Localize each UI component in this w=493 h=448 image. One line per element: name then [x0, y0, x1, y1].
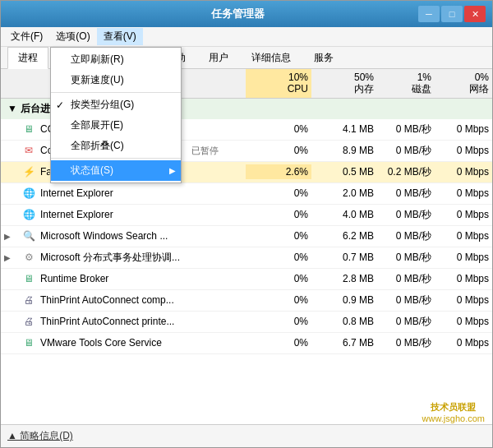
cpu-label: CPU — [249, 83, 308, 95]
process-status — [188, 256, 246, 259]
process-cpu: 0% — [246, 186, 311, 201]
col-header-status — [188, 69, 246, 98]
minimize-button[interactable]: ─ — [418, 6, 440, 22]
menu-collapse-all[interactable]: 全部折叠(C) — [51, 136, 181, 156]
process-status: 已暂停 — [188, 143, 246, 159]
process-status — [188, 213, 246, 216]
menu-group-by-type[interactable]: 按类型分组(G) — [51, 95, 181, 115]
menu-bar: 文件(F) 选项(O) 查看(V) 立即刷新(R) 更新速度(U) 按类型分组(… — [1, 27, 492, 47]
mem-pct: 50% — [315, 72, 374, 83]
process-net: 0 Mbps — [435, 122, 492, 136]
menu-expand-all[interactable]: 全部展开(E) — [51, 115, 181, 136]
status-summary-link[interactable]: ▲ 简略信息(D) — [7, 429, 73, 443]
process-disk: 0 MB/秒 — [377, 206, 435, 224]
process-status — [188, 234, 246, 238]
process-net: 0 Mbps — [435, 164, 492, 179]
tab-users[interactable]: 用户 — [198, 47, 239, 68]
menu-refresh[interactable]: 立即刷新(R) — [51, 49, 181, 70]
tab-processes[interactable]: 进程 — [7, 47, 48, 69]
net-label: 网络 — [438, 83, 489, 95]
col-header-net[interactable]: 0% 网络 — [435, 69, 492, 98]
process-cpu: 0% — [246, 143, 311, 158]
table-row[interactable]: 🖨 ThinPrint AutoConnect printe... 0% 0.8… — [1, 312, 492, 333]
process-mem: 2.8 MB — [311, 271, 377, 286]
process-name: ThinPrint AutoConnect comp... — [37, 293, 188, 307]
process-cpu: 0% — [246, 250, 311, 265]
table-row[interactable]: 🌐 Internet Explorer 0% 4.0 MB 0 MB/秒 0 M… — [1, 205, 492, 226]
process-icon: 🖥 — [21, 121, 37, 137]
table-row[interactable]: 🖨 ThinPrint AutoConnect comp... 0% 0.9 M… — [1, 290, 492, 312]
process-cpu: 0% — [246, 314, 311, 329]
table-row[interactable]: 🖥 Runtime Broker 0% 2.8 MB 0 MB/秒 0 Mbps — [1, 269, 492, 290]
process-mem: 4.1 MB — [311, 122, 377, 136]
tab-services[interactable]: 服务 — [303, 47, 344, 68]
cpu-pct: 10% — [249, 72, 308, 83]
title-bar: 任务管理器 ─ □ ✕ — [1, 1, 492, 27]
process-cpu: 0% — [246, 293, 311, 307]
process-status — [188, 127, 246, 131]
process-cpu: 0% — [246, 229, 311, 243]
process-disk: 0 MB/秒 — [377, 335, 435, 352]
process-name: Internet Explorer — [37, 207, 188, 222]
process-icon: ⚡ — [21, 164, 37, 180]
process-disk: 0 MB/秒 — [377, 142, 435, 159]
maximize-button[interactable]: □ — [441, 6, 463, 22]
process-mem: 0.8 MB — [311, 314, 377, 329]
process-mem: 6.2 MB — [311, 229, 377, 243]
process-mem: 6.7 MB — [311, 335, 377, 350]
process-status — [188, 298, 246, 302]
col-header-cpu[interactable]: 10% CPU — [246, 69, 311, 98]
process-disk: 0 MB/秒 — [377, 121, 435, 138]
col-header-disk[interactable]: 1% 磁盘 — [377, 69, 435, 98]
menu-options[interactable]: 选项(O) — [49, 28, 96, 45]
process-name: VMware Tools Core Service — [37, 335, 188, 350]
process-mem: 0.7 MB — [311, 250, 377, 265]
table-row[interactable]: 🌐 Internet Explorer 0% 2.0 MB 0 MB/秒 0 M… — [1, 183, 492, 205]
process-status — [188, 170, 246, 173]
window-controls: ─ □ ✕ — [418, 6, 486, 22]
process-disk: 0.2 MB/秒 — [377, 164, 435, 181]
process-status — [188, 277, 246, 280]
menu-status-values[interactable]: 状态值(S) — [51, 160, 181, 181]
process-icon: ✉ — [21, 142, 37, 159]
process-net: 0 Mbps — [435, 143, 492, 158]
process-status — [188, 320, 246, 323]
process-icon: 🔍 — [21, 228, 37, 244]
process-status — [188, 341, 246, 344]
table-row[interactable]: ▶ 🔍 Microsoft Windows Search ... 0% 6.2 … — [1, 226, 492, 247]
expand-arrow[interactable]: ▶ — [4, 232, 14, 241]
process-icon: 🖥 — [21, 270, 37, 287]
menu-update-speed[interactable]: 更新速度(U) — [51, 70, 181, 90]
process-name: Microsoft Windows Search ... — [37, 229, 188, 243]
tab-details[interactable]: 详细信息 — [241, 47, 302, 68]
process-mem: 0.5 MB — [311, 164, 377, 179]
table-row[interactable]: ▶ ⚙ Microsoft 分布式事务处理协调... 0% 0.7 MB 0 M… — [1, 247, 492, 269]
process-mem: 8.9 MB — [311, 143, 377, 158]
process-disk: 0 MB/秒 — [377, 270, 435, 288]
disk-pct: 1% — [380, 72, 431, 83]
menu-file[interactable]: 文件(F) — [4, 28, 49, 45]
col-header-mem[interactable]: 50% 内存 — [311, 69, 377, 98]
view-dropdown: 立即刷新(R) 更新速度(U) 按类型分组(G) 全部展开(E) 全部折叠(C)… — [50, 47, 182, 183]
process-icon: 🖥 — [21, 335, 37, 351]
table-row[interactable]: 🖥 VMware Tools Core Service 0% 6.7 MB 0 … — [1, 333, 492, 354]
status-bar: ▲ 简略信息(D) — [1, 424, 492, 447]
process-net: 0 Mbps — [435, 207, 492, 222]
process-mem: 2.0 MB — [311, 186, 377, 201]
process-disk: 0 MB/秒 — [377, 292, 435, 309]
expand-arrow[interactable]: ▶ — [4, 253, 14, 262]
process-disk: 0 MB/秒 — [377, 249, 435, 266]
process-disk: 0 MB/秒 — [377, 228, 435, 245]
process-disk: 0 MB/秒 — [377, 185, 435, 202]
close-button[interactable]: ✕ — [464, 6, 486, 22]
process-name: ThinPrint AutoConnect printe... — [37, 314, 188, 329]
process-icon: 🌐 — [21, 185, 37, 201]
process-cpu: 0% — [246, 271, 311, 286]
process-net: 0 Mbps — [435, 314, 492, 329]
process-net: 0 Mbps — [435, 271, 492, 286]
process-net: 0 Mbps — [435, 229, 492, 243]
mem-label: 内存 — [315, 83, 374, 95]
process-disk: 0 MB/秒 — [377, 313, 435, 330]
process-icon: ⚙ — [21, 249, 37, 266]
menu-view[interactable]: 查看(V) — [97, 28, 143, 45]
